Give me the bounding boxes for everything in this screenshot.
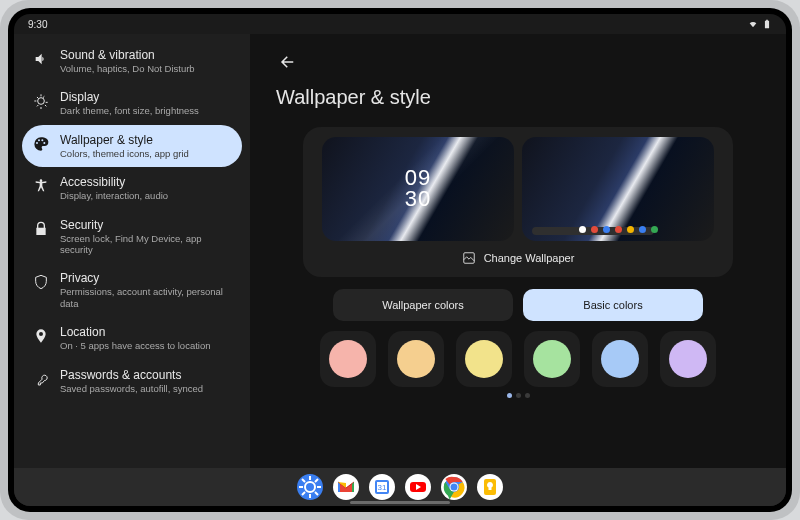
preview-dock-dot bbox=[639, 226, 646, 233]
color-swatch[interactable] bbox=[660, 331, 716, 387]
status-icons bbox=[748, 19, 772, 29]
preview-dock-dot bbox=[651, 226, 658, 233]
clock-hours: 09 bbox=[405, 168, 431, 189]
settings-sidebar: Sound & vibration Volume, haptics, Do No… bbox=[14, 34, 250, 468]
preview-dock-icons bbox=[522, 226, 714, 233]
color-swatch[interactable] bbox=[320, 331, 376, 387]
color-swatches bbox=[303, 331, 733, 387]
page-title: Wallpaper & style bbox=[276, 86, 760, 109]
settings-app-icon bbox=[297, 474, 323, 500]
color-tabs: Wallpaper colors Basic colors bbox=[303, 289, 733, 321]
swatch-color bbox=[533, 340, 571, 378]
brightness-icon bbox=[32, 92, 50, 110]
wallpaper-previews: 09 30 bbox=[313, 137, 723, 241]
sidebar-item-sub: Display, interaction, audio bbox=[60, 190, 168, 201]
color-swatch[interactable] bbox=[456, 331, 512, 387]
tablet-frame: 9:30 Sound & vibration Volume, haptics, … bbox=[0, 0, 800, 520]
sidebar-item-sub: Saved passwords, autofill, synced bbox=[60, 383, 203, 394]
tab-wallpaper-colors[interactable]: Wallpaper colors bbox=[333, 289, 513, 321]
status-time: 9:30 bbox=[28, 19, 47, 30]
sidebar-item-wallpaper[interactable]: Wallpaper & style Colors, themed icons, … bbox=[22, 125, 242, 167]
main-content: Wallpaper & style 09 30 bbox=[250, 34, 786, 468]
youtube-app-icon bbox=[405, 474, 431, 500]
color-swatch[interactable] bbox=[592, 331, 648, 387]
lock-icon bbox=[32, 220, 50, 238]
pager-dot bbox=[507, 393, 512, 398]
status-bar: 9:30 bbox=[14, 14, 786, 34]
sidebar-item-label: Display bbox=[60, 90, 199, 104]
sidebar-item-passwords[interactable]: Passwords & accounts Saved passwords, au… bbox=[22, 360, 242, 402]
pager-dot bbox=[525, 393, 530, 398]
tab-basic-colors[interactable]: Basic colors bbox=[523, 289, 703, 321]
sidebar-item-label: Privacy bbox=[60, 271, 232, 285]
sidebar-item-sub: Volume, haptics, Do Not Disturb bbox=[60, 63, 195, 74]
screen: 9:30 Sound & vibration Volume, haptics, … bbox=[14, 14, 786, 506]
sidebar-item-sub: On · 5 apps have access to location bbox=[60, 340, 211, 351]
back-button[interactable] bbox=[276, 50, 300, 74]
back-row bbox=[276, 50, 760, 74]
dock-app-gmail[interactable] bbox=[333, 474, 359, 500]
swatch-color bbox=[601, 340, 639, 378]
calendar-app-icon: 31 bbox=[369, 474, 395, 500]
dock-app-chrome[interactable] bbox=[441, 474, 467, 500]
volume-icon bbox=[32, 50, 50, 68]
change-wallpaper-label: Change Wallpaper bbox=[484, 252, 575, 264]
dock-app-calendar[interactable]: 31 bbox=[369, 474, 395, 500]
clock-minutes: 30 bbox=[405, 189, 431, 210]
sidebar-item-label: Security bbox=[60, 218, 232, 232]
swatch-color bbox=[397, 340, 435, 378]
sidebar-item-display[interactable]: Display Dark theme, font size, brightnes… bbox=[22, 82, 242, 124]
svg-point-21 bbox=[451, 484, 458, 491]
color-swatch[interactable] bbox=[524, 331, 580, 387]
preview-dock-dot bbox=[579, 226, 586, 233]
preview-dock-dot bbox=[615, 226, 622, 233]
dock-app-settings[interactable] bbox=[297, 474, 323, 500]
sidebar-item-sub: Colors, themed icons, app grid bbox=[60, 148, 189, 159]
sidebar-item-privacy[interactable]: Privacy Permissions, account activity, p… bbox=[22, 263, 242, 317]
preview-clock: 09 30 bbox=[405, 168, 431, 210]
lockscreen-preview[interactable]: 09 30 bbox=[322, 137, 514, 241]
preview-dock-dot bbox=[591, 226, 598, 233]
wallpaper-card: 09 30 Change Wallpaper bbox=[303, 127, 733, 277]
battery-icon bbox=[762, 19, 772, 29]
pager-dot bbox=[516, 393, 521, 398]
sidebar-item-label: Accessibility bbox=[60, 175, 168, 189]
sidebar-item-location[interactable]: Location On · 5 apps have access to loca… bbox=[22, 317, 242, 359]
svg-text:31: 31 bbox=[378, 483, 387, 492]
color-swatch[interactable] bbox=[388, 331, 444, 387]
wallpaper-icon bbox=[462, 251, 476, 265]
sidebar-item-accessibility[interactable]: Accessibility Display, interaction, audi… bbox=[22, 167, 242, 209]
sidebar-item-label: Sound & vibration bbox=[60, 48, 195, 62]
sidebar-item-security[interactable]: Security Screen lock, Find My Device, ap… bbox=[22, 210, 242, 264]
preview-dock-dot bbox=[603, 226, 610, 233]
shield-icon bbox=[32, 273, 50, 291]
chrome-app-icon bbox=[441, 474, 467, 500]
tablet-bezel: 9:30 Sound & vibration Volume, haptics, … bbox=[8, 8, 792, 512]
preview-dock-dot bbox=[627, 226, 634, 233]
gmail-app-icon bbox=[333, 474, 359, 500]
tab-label: Basic colors bbox=[583, 299, 642, 311]
location-icon bbox=[32, 327, 50, 345]
sidebar-item-label: Wallpaper & style bbox=[60, 133, 189, 147]
swatch-color bbox=[669, 340, 707, 378]
homescreen-preview[interactable] bbox=[522, 137, 714, 241]
sidebar-item-label: Location bbox=[60, 325, 211, 339]
arrow-left-icon bbox=[279, 53, 297, 71]
change-wallpaper-button[interactable]: Change Wallpaper bbox=[313, 251, 723, 265]
dock-app-youtube[interactable] bbox=[405, 474, 431, 500]
sidebar-item-sub: Screen lock, Find My Device, app securit… bbox=[60, 233, 232, 256]
sidebar-item-sub: Dark theme, font size, brightness bbox=[60, 105, 199, 116]
swatch-color bbox=[329, 340, 367, 378]
dock-app-keep[interactable] bbox=[477, 474, 503, 500]
body-row: Sound & vibration Volume, haptics, Do No… bbox=[14, 34, 786, 468]
wifi-icon bbox=[748, 19, 758, 29]
dock: 31 bbox=[14, 468, 786, 506]
palette-icon bbox=[32, 135, 50, 153]
nav-handle[interactable] bbox=[350, 501, 450, 504]
sidebar-item-sound[interactable]: Sound & vibration Volume, haptics, Do No… bbox=[22, 40, 242, 82]
dock-bar: 31 bbox=[14, 468, 786, 506]
swatch-pager bbox=[276, 393, 760, 398]
sidebar-item-label: Passwords & accounts bbox=[60, 368, 203, 382]
sidebar-item-sub: Permissions, account activity, personal … bbox=[60, 286, 232, 309]
swatch-color bbox=[465, 340, 503, 378]
